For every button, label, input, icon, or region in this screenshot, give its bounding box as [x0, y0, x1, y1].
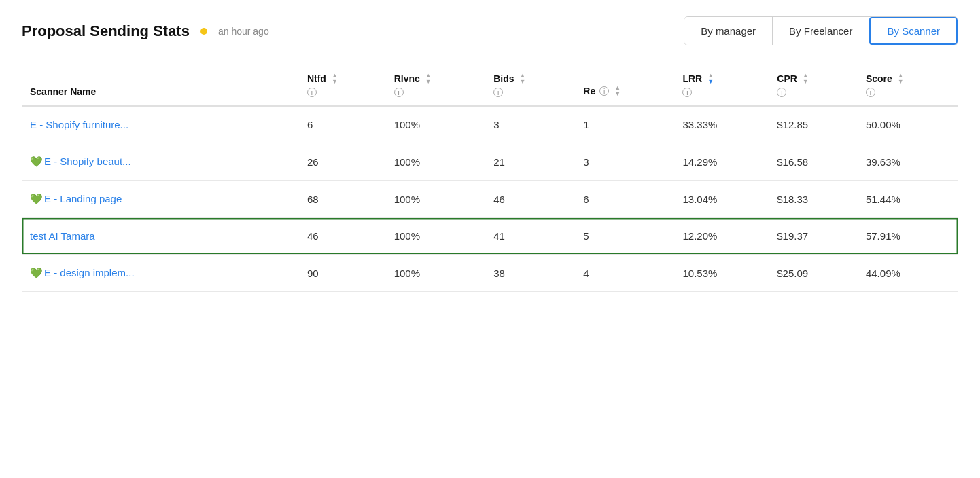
- col-header-lrr[interactable]: LRR ▲ ▼ i: [674, 67, 769, 106]
- col-header-cpr[interactable]: CPR ▲ ▼ i: [769, 67, 858, 106]
- sort-icons-score[interactable]: ▲ ▼: [898, 73, 904, 85]
- cell-lrr: 12.20%: [674, 218, 769, 255]
- sort-down-lrr[interactable]: ▼: [707, 79, 714, 85]
- cell-scanner-name[interactable]: 💚E - design implem...: [22, 255, 299, 292]
- cell-score: 51.44%: [858, 181, 958, 218]
- col-label-rlvnc: Rlvnc: [394, 73, 420, 84]
- col-label-lrr: LRR: [682, 73, 702, 84]
- cell-re: 3: [575, 143, 674, 181]
- cell-cpr: $12.85: [769, 106, 858, 143]
- cell-ntfd: 6: [299, 106, 386, 143]
- scanner-name-text[interactable]: E - Shopify beaut...: [44, 155, 131, 167]
- col-label-bids: Bids: [493, 73, 514, 84]
- cell-scanner-name[interactable]: 💚E - Shopify beaut...: [22, 143, 299, 181]
- table-row: 💚E - Shopify beaut...26100%21314.29%$16.…: [22, 143, 958, 181]
- info-icon-re-inline[interactable]: i: [599, 86, 609, 96]
- col-header-scanner-name: Scanner Name: [22, 67, 299, 106]
- info-icon-ntfd[interactable]: i: [307, 88, 317, 97]
- info-icon-rlvnc[interactable]: i: [394, 88, 404, 97]
- tab-group: By manager By Freelancer By Scanner: [684, 16, 958, 45]
- stats-table: Scanner Name Ntfd ▲ ▼ i: [22, 67, 958, 292]
- scanner-name-text[interactable]: E - Landing page: [44, 193, 122, 204]
- sort-down-bids[interactable]: ▼: [520, 79, 526, 85]
- scanner-name-text[interactable]: E - Shopify furniture...: [30, 119, 128, 130]
- cell-scanner-name[interactable]: E - Shopify furniture...: [22, 106, 299, 143]
- col-label-score: Score: [866, 73, 892, 84]
- cell-bids: 41: [485, 218, 575, 255]
- info-icon-lrr[interactable]: i: [682, 88, 692, 97]
- table-row: 💚E - design implem...90100%38410.53%$25.…: [22, 255, 958, 292]
- table-row: 💚E - Landing page68100%46613.04%$18.3351…: [22, 181, 958, 218]
- cell-bids: 3: [485, 106, 575, 143]
- cell-re: 1: [575, 106, 674, 143]
- cell-bids: 38: [485, 255, 575, 292]
- cell-score: 50.00%: [858, 106, 958, 143]
- status-dot: [200, 28, 207, 35]
- cell-rlvnc: 100%: [386, 181, 486, 218]
- cell-lrr: 33.33%: [674, 106, 769, 143]
- cell-lrr: 13.04%: [674, 181, 769, 218]
- cell-cpr: $19.37: [769, 218, 858, 255]
- sort-icons-lrr[interactable]: ▲ ▼: [707, 73, 714, 85]
- page-header: Proposal Sending Stats an hour ago By ma…: [22, 16, 958, 45]
- cell-rlvnc: 100%: [386, 218, 486, 255]
- cell-lrr: 14.29%: [674, 143, 769, 181]
- sort-icons-cpr[interactable]: ▲ ▼: [803, 73, 809, 85]
- sort-down-re[interactable]: ▼: [614, 91, 620, 97]
- scanner-name-text[interactable]: test AI Tamara: [30, 230, 95, 242]
- tab-by-freelancer[interactable]: By Freelancer: [773, 17, 869, 45]
- cell-re: 6: [575, 181, 674, 218]
- info-icon-bids[interactable]: i: [493, 88, 503, 97]
- scanner-name-text[interactable]: E - design implem...: [44, 267, 135, 278]
- cell-ntfd: 68: [299, 181, 386, 218]
- timestamp: an hour ago: [218, 26, 269, 37]
- heart-icon: 💚: [30, 155, 43, 167]
- col-header-score[interactable]: Score ▲ ▼ i: [858, 67, 958, 106]
- sort-down-score[interactable]: ▼: [898, 79, 904, 85]
- cell-lrr: 10.53%: [674, 255, 769, 292]
- info-icon-cpr[interactable]: i: [777, 88, 786, 97]
- cell-score: 57.91%: [858, 218, 958, 255]
- cell-scanner-name[interactable]: test AI Tamara: [22, 218, 299, 255]
- col-label-scanner-name: Scanner Name: [30, 86, 96, 97]
- tab-by-manager[interactable]: By manager: [684, 17, 773, 45]
- tab-by-scanner[interactable]: By Scanner: [869, 17, 958, 45]
- cell-ntfd: 26: [299, 143, 386, 181]
- col-header-rlvnc[interactable]: Rlvnc ▲ ▼ i: [386, 67, 486, 106]
- sort-down-rlvnc[interactable]: ▼: [425, 79, 432, 85]
- sort-down-cpr[interactable]: ▼: [803, 79, 809, 85]
- heart-icon: 💚: [30, 193, 43, 204]
- header-left: Proposal Sending Stats an hour ago: [22, 22, 269, 40]
- cell-cpr: $25.09: [769, 255, 858, 292]
- cell-rlvnc: 100%: [386, 143, 486, 181]
- heart-icon: 💚: [30, 267, 43, 278]
- sort-icons-rlvnc[interactable]: ▲ ▼: [425, 73, 432, 85]
- cell-re: 4: [575, 255, 674, 292]
- cell-bids: 21: [485, 143, 575, 181]
- stats-table-wrapper: Scanner Name Ntfd ▲ ▼ i: [22, 67, 958, 292]
- sort-icons-bids[interactable]: ▲ ▼: [520, 73, 526, 85]
- cell-rlvnc: 100%: [386, 255, 486, 292]
- col-header-re[interactable]: Re i ▲ ▼: [575, 67, 674, 106]
- table-row: E - Shopify furniture...6100%3133.33%$12…: [22, 106, 958, 143]
- col-header-bids[interactable]: Bids ▲ ▼ i: [485, 67, 575, 106]
- info-icon-score[interactable]: i: [866, 88, 875, 97]
- cell-ntfd: 46: [299, 218, 386, 255]
- sort-icons-ntfd[interactable]: ▲ ▼: [332, 73, 338, 85]
- cell-cpr: $16.58: [769, 143, 858, 181]
- col-label-ntfd: Ntfd: [307, 73, 326, 84]
- cell-scanner-name[interactable]: 💚E - Landing page: [22, 181, 299, 218]
- sort-down-ntfd[interactable]: ▼: [332, 79, 338, 85]
- cell-re: 5: [575, 218, 674, 255]
- sort-icons-re[interactable]: ▲ ▼: [614, 85, 620, 97]
- col-header-ntfd[interactable]: Ntfd ▲ ▼ i: [299, 67, 386, 106]
- table-header-row: Scanner Name Ntfd ▲ ▼ i: [22, 67, 958, 106]
- cell-ntfd: 90: [299, 255, 386, 292]
- cell-score: 39.63%: [858, 143, 958, 181]
- table-row: test AI Tamara46100%41512.20%$19.3757.91…: [22, 218, 958, 255]
- col-label-cpr: CPR: [777, 73, 797, 84]
- cell-cpr: $18.33: [769, 181, 858, 218]
- cell-rlvnc: 100%: [386, 106, 486, 143]
- page-title: Proposal Sending Stats: [22, 22, 190, 40]
- cell-bids: 46: [485, 181, 575, 218]
